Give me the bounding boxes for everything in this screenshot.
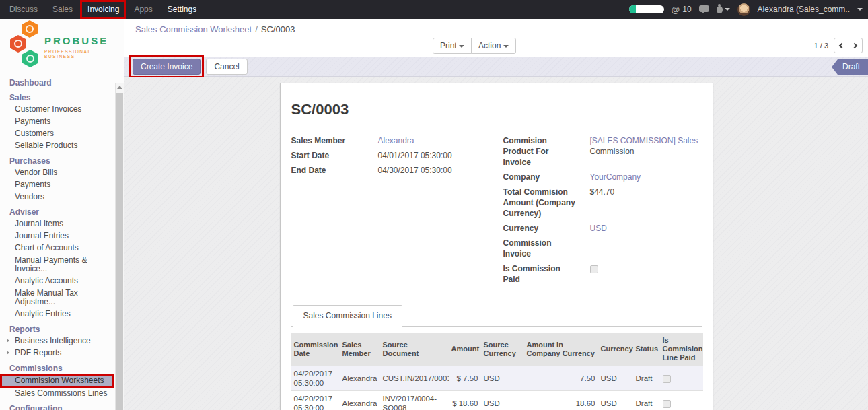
column-header-status[interactable]: Status [633, 333, 660, 366]
sidebar-item-manual-payments-invoice[interactable]: Manual Payments & Invoice... [0, 254, 114, 275]
pager-next-button[interactable] [848, 38, 863, 53]
statusbar: Create Invoice Cancel Draft [124, 57, 868, 77]
field-value: Alexandra [371, 135, 490, 149]
sidebar-item-analytic-accounts[interactable]: Analytic Accounts [0, 275, 114, 287]
sidebar-item-vendor-bills[interactable]: Vendor Bills [0, 167, 114, 179]
breadcrumb: Sales Commission Worksheet/SC/0003 [135, 24, 295, 34]
nav-item-apps[interactable]: Apps [126, 0, 159, 19]
sidebar-item-pdf-reports[interactable]: PDF Reports [0, 347, 114, 360]
annotation-box: Create Invoice [129, 55, 204, 78]
field-value-text: 04/01/2017 05:30:00 [378, 151, 452, 160]
field-label: Company [503, 171, 583, 186]
field-value-link[interactable]: YourCompany [590, 172, 641, 182]
table-row[interactable]: 04/20/2017 05:30:00AlexandraCUST.IN/2017… [291, 366, 703, 391]
column-header-sales-member[interactable]: Sales Member [340, 333, 380, 366]
chevron-down-icon [503, 45, 509, 48]
cell-amount_company: 18.60 [524, 391, 598, 410]
checkbox-icon [590, 265, 598, 273]
column-header-currency[interactable]: Currency [598, 333, 633, 366]
breadcrumb-parent[interactable]: Sales Commission Worksheet [135, 24, 252, 34]
sidebar-item-sales-commissions-lines[interactable]: Sales Commissions Lines [0, 388, 114, 400]
sidebar-item-payments[interactable]: Payments [0, 116, 114, 128]
create-invoice-button[interactable]: Create Invoice [133, 59, 201, 75]
form-field-total-commision-amount-company-currency: Total Commision Amount (Company Currency… [503, 186, 702, 222]
bug-menu[interactable] [717, 6, 730, 13]
cell-line-paid [660, 391, 703, 410]
nav-item-sales[interactable]: Sales [45, 0, 80, 19]
sidebar-item-customer-invoices[interactable]: Customer Invoices [0, 104, 114, 116]
field-value-text: $44.70 [590, 187, 615, 197]
column-header-commission-date[interactable]: Commission Date [291, 333, 340, 366]
avatar[interactable] [737, 3, 750, 16]
sidebar-item-chart-of-accounts[interactable]: Chart of Accounts [0, 242, 114, 254]
chevron-down-icon [857, 8, 863, 11]
pager-count: 1 / 3 [814, 42, 828, 50]
sidebar-section-configuration[interactable]: Configuration [0, 400, 114, 410]
field-label: Is Commission Paid [503, 263, 583, 288]
action-button[interactable]: Action [471, 38, 516, 54]
form-sheet: SC/0003 Sales MemberAlexandraStart Date0… [280, 83, 713, 410]
nav-item-settings[interactable]: Settings [160, 0, 204, 19]
sidebar-section-purchases[interactable]: Purchases [0, 152, 114, 167]
field-group-right: Commision Product For Invoice[SALES COMM… [503, 135, 702, 288]
sidebar-section-adviser[interactable]: Adviser [0, 203, 114, 218]
sidebar-section-dashboard[interactable]: Dashboard [0, 74, 114, 89]
cancel-button[interactable]: Cancel [206, 59, 247, 75]
cell-sales_member: Alexandra [340, 391, 380, 410]
logo-title: PROBUSE [44, 35, 108, 46]
field-label: Total Commision Amount (Company Currency… [503, 186, 583, 222]
field-label: End Date [291, 164, 371, 179]
column-header-source-currency[interactable]: Source Currency [481, 333, 524, 366]
mention-counter[interactable]: @ 10 [672, 5, 692, 15]
sidebar-item-journal-items[interactable]: Journal Items [0, 218, 114, 230]
column-header-source-document[interactable]: Source Document [380, 333, 449, 366]
field-value-link[interactable]: USD [590, 224, 607, 233]
sidebar-item-commission-worksheets[interactable]: Commission Worksheets [0, 374, 114, 388]
print-button[interactable]: Print [433, 38, 472, 54]
status-badge[interactable]: Draft [832, 59, 868, 75]
cell-sales_member: Alexandra [340, 366, 380, 391]
sidebar-section-commissions[interactable]: Commissions [0, 360, 114, 374]
field-value-link[interactable]: [SALES COMMISSION] Sales [590, 136, 698, 145]
sidebar-item-journal-entries[interactable]: Journal Entries [0, 230, 114, 242]
sidebar-item-label: Analytic Accounts [15, 276, 78, 285]
nav-item-discuss[interactable]: Discuss [2, 0, 45, 19]
tab-sales-commission-lines[interactable]: Sales Commission Lines [293, 305, 402, 327]
chevron-left-icon [839, 42, 844, 48]
scrollbar-thumb[interactable] [116, 93, 123, 410]
table-row[interactable]: 04/20/2017 05:30:00AlexandraINV/2017/000… [291, 391, 703, 410]
sidebar-section-reports[interactable]: Reports [0, 320, 114, 335]
sidebar-item-analytic-entries[interactable]: Analytic Entries [0, 308, 114, 320]
systray: @ 10 Alexandra (Sales_comm.. [629, 3, 863, 16]
sidebar-item-vendors[interactable]: Vendors [0, 191, 114, 203]
main-panel: Sales Commission Worksheet/SC/0003 Print… [124, 19, 868, 410]
chat-icon[interactable] [699, 5, 709, 12]
sidebar-item-customers[interactable]: Customers [0, 128, 114, 140]
column-header-is-commision-line-paid[interactable]: Is Commision Line Paid [660, 333, 703, 366]
sidebar-item-make-manual-tax-adjustme[interactable]: Make Manual Tax Adjustme... [0, 287, 114, 308]
column-header-amount-in-company-currency[interactable]: Amount in Company Currency [524, 333, 598, 366]
app-logo[interactable]: PROBUSE PROFESSIONAL BUSINESS [0, 19, 124, 71]
cell-amount_company: 7.50 [524, 366, 598, 391]
form-field-commision-product-for-invoice: Commision Product For Invoice[SALES COMM… [503, 135, 702, 171]
nav-item-invoicing[interactable]: Invoicing [80, 0, 126, 19]
scroll-up-icon[interactable] [116, 83, 124, 92]
planner-progress-bar[interactable] [629, 5, 664, 13]
sidebar-item-payments[interactable]: Payments [0, 179, 114, 191]
sidebar-item-label: Payments [15, 116, 50, 126]
pager-prev-button[interactable] [834, 38, 848, 53]
chevron-right-icon [852, 42, 857, 48]
field-value: 04/01/2017 05:30:00 [371, 149, 490, 164]
print-label: Print [440, 41, 457, 50]
field-value: $44.70 [583, 186, 702, 222]
action-buttons: Print Action [433, 38, 516, 54]
sidebar-item-label: Analytic Entries [15, 309, 71, 318]
field-value-link[interactable]: Alexandra [378, 136, 414, 145]
sidebar-item-label: Sales Commissions Lines [15, 388, 107, 398]
column-header-amount[interactable]: Amount [449, 333, 481, 366]
user-menu[interactable]: Alexandra (Sales_comm.. [758, 5, 850, 14]
sidebar-section-sales[interactable]: Sales [0, 89, 114, 104]
sidebar-item-sellable-products[interactable]: Sellable Products [0, 140, 114, 152]
sidebar-scrollbar[interactable] [115, 83, 124, 410]
sidebar-item-business-intelligence[interactable]: Business Intelligence [0, 335, 114, 347]
